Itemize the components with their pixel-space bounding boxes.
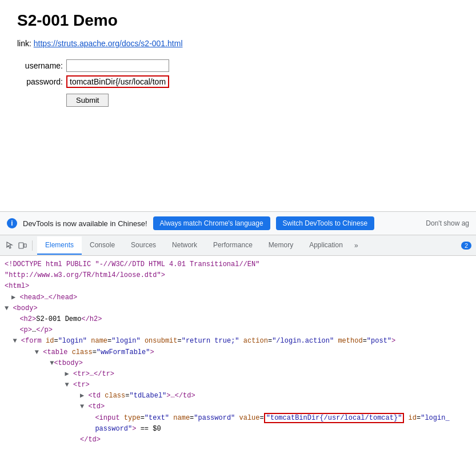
tab-performance[interactable]: Performance [205,236,261,255]
always-match-button[interactable]: Always match Chrome's language [153,216,270,230]
password-row: password: [17,75,459,88]
submit-button[interactable]: Submit [66,94,109,107]
code-line-2: "http://www.w3.org/TR/html4/loose.dtd"> [5,270,471,281]
struts-link[interactable]: https://struts.apache.org/docs/s2-001.ht… [34,39,183,48]
code-line-5: ▼ <body> [5,303,471,314]
tab-application[interactable]: Application [301,236,351,255]
toolbar-icons [5,240,33,251]
code-line-4: ▶ <head>…</head> [5,292,471,303]
tab-console[interactable]: Console [82,236,123,255]
svg-rect-0 [19,243,23,248]
password-input[interactable] [66,75,169,88]
code-line-12: ▼ <tr> [5,380,471,391]
svg-rect-1 [24,244,26,247]
link-line: link: https://struts.apache.org/docs/s2-… [17,39,459,48]
devtools-badge: 2 [461,242,471,250]
code-line-7: <p>…</p> [5,325,471,336]
code-line-15: <input type="text" name="password" value… [5,413,471,424]
code-line-10: ▼<tbody> [5,358,471,369]
tab-elements[interactable]: Elements [37,236,82,255]
code-line-13: ▶ <td class="tdLabel">…</td> [5,391,471,401]
username-row: username: [17,59,459,72]
link-label: link: [17,39,34,48]
dismiss-button[interactable]: Don't show ag [426,219,469,227]
code-line-9: ▼ <table class="wwFormTable"> [5,347,471,358]
username-input[interactable] [66,59,169,72]
username-label: username: [17,61,63,70]
code-line-17: </td> [5,435,471,445]
tab-memory[interactable]: Memory [261,236,301,255]
devtools-panel: Elements Console Sources Network Perform… [0,235,476,462]
submit-row: Submit [17,91,459,107]
code-line-1: <!DOCTYPE html PUBLIC "-//W3C//DTD HTML … [5,259,471,270]
form-section: username: password: Submit [17,59,459,107]
code-line-14: ▼ <td> [5,401,471,412]
info-icon: i [7,218,17,228]
password-label: password: [17,77,63,86]
code-line-8: ▼ <form id="login" name="login" onsubmit… [5,336,471,347]
tab-network[interactable]: Network [164,236,205,255]
main-content: S2-001 Demo link: https://struts.apache.… [0,0,476,211]
page-title: S2-001 Demo [17,11,459,30]
code-line-11: ▶ <tr>…</tr> [5,369,471,380]
notification-text: DevTools is now available in Chinese! [23,219,147,228]
more-tabs-button[interactable]: » [351,237,362,254]
code-line-6: <h2>S2-001 Demo</h2> [5,314,471,325]
code-line-3: <html> [5,281,471,292]
select-element-icon[interactable] [5,240,15,251]
devtools-notification: i DevTools is now available in Chinese! … [0,211,476,235]
switch-devtools-button[interactable]: Switch DevTools to Chinese [276,216,375,230]
code-panel: <!DOCTYPE html PUBLIC "-//W3C//DTD HTML … [0,256,476,462]
devtools-tabs: Elements Console Sources Network Perform… [0,235,476,256]
code-line-16: password"> == $0 [5,424,471,435]
tab-sources[interactable]: Sources [123,236,164,255]
device-toggle-icon[interactable] [17,240,27,251]
